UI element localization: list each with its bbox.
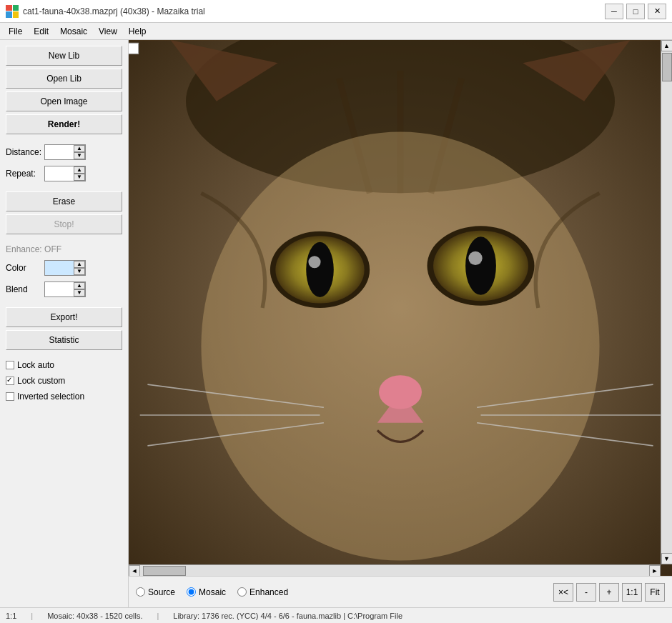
mosaic-radio-item[interactable]: Mosaic <box>187 587 226 597</box>
lock-custom-label[interactable]: Lock custom <box>17 376 65 386</box>
erase-button[interactable]: Erase <box>6 191 122 211</box>
statistic-button[interactable]: Statistic <box>6 330 122 350</box>
repeat-up-arrow[interactable]: ▲ <box>74 166 85 174</box>
repeat-down-arrow[interactable]: ▼ <box>74 174 85 181</box>
svg-point-12 <box>308 256 320 268</box>
svg-point-11 <box>306 242 334 297</box>
scroll-up-button[interactable]: ▲ <box>661 40 673 51</box>
status-library-info: Library: 1736 rec. (YCC) 4/4 - 6/6 - fau… <box>173 612 402 620</box>
mosaic-image <box>129 40 672 576</box>
svg-point-16 <box>468 251 482 265</box>
render-button[interactable]: Render! <box>6 114 122 134</box>
scroll-thumb-horizontal[interactable] <box>143 566 186 576</box>
repeat-spinner[interactable]: Auto ▲ ▼ <box>44 166 86 181</box>
distance-down-arrow[interactable]: ▼ <box>74 152 85 159</box>
enhanced-radio-item[interactable]: Enhanced <box>237 587 288 597</box>
lock-custom-row: Lock custom <box>6 376 122 386</box>
main-content: New Lib Open Lib Open Image Render! Dist… <box>0 40 672 607</box>
open-lib-button[interactable]: Open Lib <box>6 69 122 89</box>
mosaic-radio[interactable] <box>187 587 196 597</box>
source-radio-label: Source <box>148 587 175 597</box>
color-spinner[interactable]: 30 ▲ ▼ <box>44 260 86 276</box>
distance-label: Distance: <box>6 147 41 157</box>
lock-auto-checkbox[interactable] <box>6 361 14 369</box>
close-button[interactable]: ✕ <box>648 4 666 19</box>
window-title: cat1-fauna-40x38.mazprj (40x38) - Mazaik… <box>23 6 205 16</box>
zoom-in-button[interactable]: + <box>599 583 619 602</box>
title-bar: cat1-fauna-40x38.mazprj (40x38) - Mazaik… <box>0 0 672 23</box>
app-icon <box>6 5 19 18</box>
blend-field: Blend 10 ▲ ▼ <box>6 281 122 297</box>
enhanced-radio[interactable] <box>237 587 247 597</box>
view-mode-group: Source Mosaic Enhanced <box>136 587 288 597</box>
scroll-left-button[interactable]: ◄ <box>129 565 140 577</box>
lock-custom-checkbox[interactable] <box>6 377 14 385</box>
image-area[interactable]: ▲ ▼ ◄ ► <box>129 40 672 576</box>
svg-point-8 <box>201 132 599 561</box>
menu-file[interactable]: File <box>3 25 28 38</box>
blend-spinner[interactable]: 10 ▲ ▼ <box>44 281 86 297</box>
distance-input[interactable]: 6 <box>45 145 74 159</box>
scroll-track-vertical[interactable] <box>661 51 672 553</box>
svg-point-18 <box>379 375 422 409</box>
distance-spinner[interactable]: 6 ▲ ▼ <box>44 144 86 160</box>
minimize-button[interactable]: ─ <box>605 4 623 19</box>
new-lib-button[interactable]: New Lib <box>6 46 122 66</box>
scroll-down-button[interactable]: ▼ <box>661 553 673 564</box>
zoom-controls: ×< - + 1:1 Fit <box>553 583 665 602</box>
blend-label: Blend <box>6 284 41 294</box>
enhanced-radio-label: Enhanced <box>249 587 288 597</box>
color-input[interactable]: 30 <box>45 261 74 275</box>
title-controls: ─ □ ✕ <box>605 4 666 19</box>
lock-auto-label[interactable]: Lock auto <box>17 360 54 370</box>
color-field: Color 30 ▲ ▼ <box>6 260 122 276</box>
scroll-thumb-vertical[interactable] <box>662 53 672 81</box>
repeat-input[interactable]: Auto <box>45 166 74 181</box>
stop-button[interactable]: Stop! <box>6 214 122 234</box>
svg-rect-25 <box>129 43 139 54</box>
color-label: Color <box>6 263 41 273</box>
zoom-out-button[interactable]: - <box>576 583 596 602</box>
horizontal-scrollbar[interactable]: ◄ ► <box>129 564 661 576</box>
inverted-selection-checkbox[interactable] <box>6 392 14 401</box>
distance-field: Distance: 6 ▲ ▼ <box>6 144 122 160</box>
open-image-button[interactable]: Open Image <box>6 91 122 111</box>
scroll-right-button[interactable]: ► <box>649 565 661 577</box>
blend-up-arrow[interactable]: ▲ <box>74 282 85 289</box>
blend-down-arrow[interactable]: ▼ <box>74 289 85 296</box>
menu-bar: File Edit Mosaic View Help <box>0 23 672 40</box>
source-radio[interactable] <box>136 587 145 597</box>
menu-mosaic[interactable]: Mosaic <box>54 25 93 38</box>
repeat-field: Repeat: Auto ▲ ▼ <box>6 166 122 181</box>
export-button[interactable]: Export! <box>6 307 122 327</box>
vertical-scrollbar[interactable]: ▲ ▼ <box>661 40 672 564</box>
maximize-button[interactable]: □ <box>626 4 645 19</box>
svg-point-15 <box>465 236 496 294</box>
distance-up-arrow[interactable]: ▲ <box>74 145 85 152</box>
color-down-arrow[interactable]: ▼ <box>74 268 85 275</box>
scroll-track-horizontal[interactable] <box>140 565 649 576</box>
lock-auto-row: Lock auto <box>6 360 122 370</box>
zoom-fit-button[interactable]: Fit <box>645 583 665 602</box>
bottom-bar: Source Mosaic Enhanced ×< - + 1:1 Fit <box>129 576 672 607</box>
menu-edit[interactable]: Edit <box>28 25 54 38</box>
color-up-arrow[interactable]: ▲ <box>74 261 85 268</box>
inverted-selection-label[interactable]: Inverted selection <box>17 392 84 402</box>
repeat-label: Repeat: <box>6 169 41 179</box>
blend-input[interactable]: 10 <box>45 282 74 296</box>
zoom-reset-button[interactable]: ×< <box>553 583 573 602</box>
zoom-11-button[interactable]: 1:1 <box>622 583 642 602</box>
sidebar: New Lib Open Lib Open Image Render! Dist… <box>0 40 129 607</box>
status-bar: 1:1 | Mosaic: 40x38 - 1520 cells. | Libr… <box>0 607 672 623</box>
source-radio-item[interactable]: Source <box>136 587 175 597</box>
status-mosaic-info: Mosaic: 40x38 - 1520 cells. <box>47 612 142 620</box>
status-zoom: 1:1 <box>6 612 16 620</box>
menu-view[interactable]: View <box>93 25 123 38</box>
right-panel: ▲ ▼ ◄ ► Source <box>129 40 672 607</box>
mosaic-radio-label: Mosaic <box>199 587 226 597</box>
inverted-selection-row: Inverted selection <box>6 392 122 402</box>
menu-help[interactable]: Help <box>123 25 152 38</box>
enhance-label: Enhance: OFF <box>6 244 122 254</box>
